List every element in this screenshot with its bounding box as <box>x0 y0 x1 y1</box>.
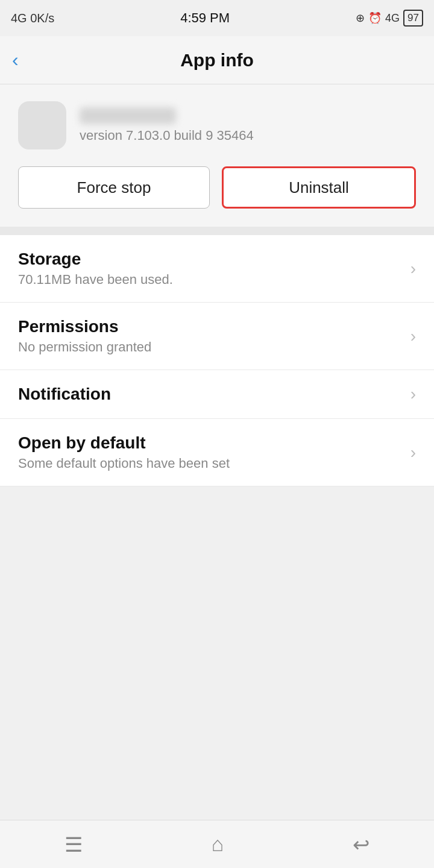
nav-bar: ‹ App info <box>0 36 434 84</box>
bottom-nav: ☰ ⌂ ↩ <box>0 820 434 868</box>
battery-indicator: 97 <box>403 10 423 27</box>
bottom-home-icon[interactable]: ⌂ <box>212 832 224 856</box>
status-bar: 4G 0K/s 4:59 PM ⊕ ⏰ 4G 97 <box>0 0 434 36</box>
bottom-menu-icon[interactable]: ☰ <box>64 832 83 857</box>
storage-chevron-icon: › <box>410 259 416 278</box>
notification-chevron-icon: › <box>410 385 416 404</box>
menu-list: Storage 70.11MB have been used. › Permis… <box>0 235 434 486</box>
network-info: 4G 0K/s <box>11 11 54 25</box>
back-button[interactable]: ‹ <box>12 49 19 71</box>
permissions-chevron-icon: › <box>410 327 416 346</box>
signal-icon: 4G <box>385 12 400 25</box>
app-icon <box>18 101 66 149</box>
open-by-default-subtitle: Some default options have been set <box>18 456 230 471</box>
back-icon: ‹ <box>12 49 19 71</box>
storage-menu-item[interactable]: Storage 70.11MB have been used. › <box>0 235 434 303</box>
open-by-default-title: Open by default <box>18 433 230 453</box>
permissions-menu-item[interactable]: Permissions No permission granted › <box>0 303 434 370</box>
storage-title: Storage <box>18 250 173 269</box>
action-buttons: Force stop Uninstall <box>0 166 434 227</box>
app-version: version 7.103.0 build 9 35464 <box>80 128 254 143</box>
alarm-icon: ⏰ <box>368 11 382 25</box>
app-name-block: version 7.103.0 build 9 35464 <box>80 107 254 143</box>
open-by-default-menu-item[interactable]: Open by default Some default options hav… <box>0 419 434 486</box>
status-left: 4G 0K/s <box>11 11 54 25</box>
force-stop-button[interactable]: Force stop <box>18 166 210 209</box>
notification-title: Notification <box>18 385 111 404</box>
status-time: 4:59 PM <box>180 10 230 26</box>
bluetooth-icon: ⊕ <box>356 11 365 25</box>
notification-menu-item[interactable]: Notification › <box>0 370 434 419</box>
page-title: App info <box>180 50 254 71</box>
storage-subtitle: 70.11MB have been used. <box>18 272 173 288</box>
uninstall-button[interactable]: Uninstall <box>222 166 416 209</box>
app-header: version 7.103.0 build 9 35464 <box>0 84 434 166</box>
permissions-title: Permissions <box>18 317 151 336</box>
bottom-back-icon[interactable]: ↩ <box>353 832 370 857</box>
open-by-default-chevron-icon: › <box>410 443 416 462</box>
section-divider <box>0 227 434 235</box>
permissions-subtitle: No permission granted <box>18 339 151 355</box>
app-name-blurred <box>80 107 176 124</box>
status-right: ⊕ ⏰ 4G 97 <box>356 10 423 27</box>
